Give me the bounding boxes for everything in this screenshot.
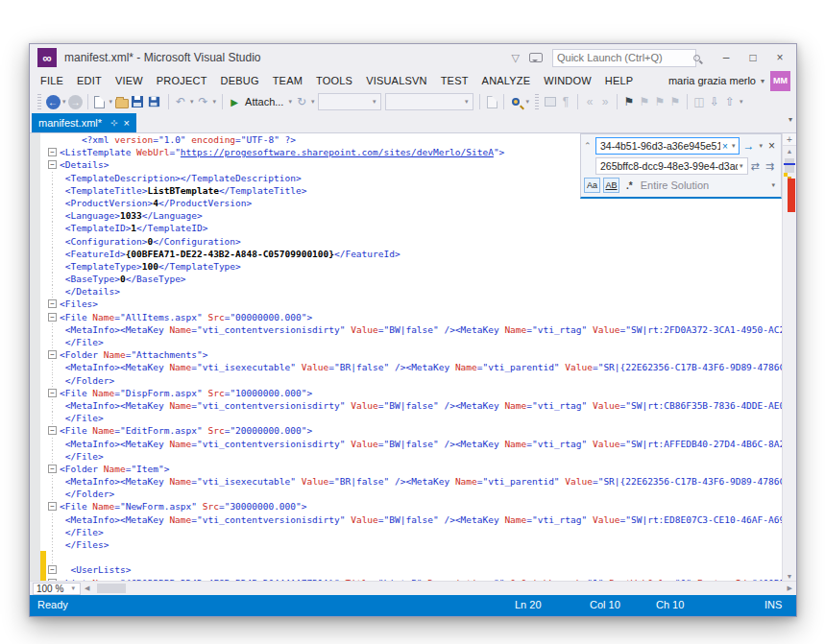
- menu-visualsvn[interactable]: VISUALSVN: [359, 73, 434, 88]
- find-next-button[interactable]: →: [740, 139, 757, 153]
- navigate-back-button[interactable]: ←: [45, 93, 61, 110]
- format-icon[interactable]: ¶: [558, 93, 573, 110]
- menu-file[interactable]: FILE: [34, 73, 70, 88]
- code-text[interactable]: <MetaInfo><MetaKey Name="vti_contentvers…: [60, 399, 782, 412]
- indicator-margin[interactable]: [30, 184, 40, 197]
- indicator-margin[interactable]: [30, 563, 40, 576]
- indicator-margin[interactable]: [30, 298, 40, 310]
- find-input-value[interactable]: 34-4b51-96d3-a36e945e5146: [600, 140, 720, 152]
- clear-search-icon[interactable]: ×: [720, 141, 730, 152]
- split-handle[interactable]: +: [783, 133, 796, 146]
- start-debug-icon[interactable]: ▶: [227, 93, 242, 110]
- code-line[interactable]: −<File Name="EditForm.aspx" Src="2000000…: [30, 424, 782, 437]
- code-line[interactable]: <MetaInfo><MetaKey Name="vti_contentvers…: [30, 513, 782, 526]
- indicator-margin[interactable]: [30, 374, 40, 387]
- indicator-margin[interactable]: [30, 387, 40, 399]
- vertical-scrollbar[interactable]: + ▲ ▼: [782, 133, 796, 581]
- indicator-margin[interactable]: [30, 336, 40, 348]
- code-text[interactable]: <MetaInfo><MetaKey Name="vti_contentvers…: [60, 513, 782, 526]
- new-file-button[interactable]: [92, 93, 108, 110]
- horizontal-scroll-track[interactable]: [93, 582, 783, 595]
- zoom-selector[interactable]: 100 % ▾: [33, 583, 81, 595]
- indicator-margin[interactable]: [30, 273, 40, 285]
- vertical-scroll-thumb[interactable]: [785, 158, 794, 173]
- indicator-margin[interactable]: [30, 285, 40, 298]
- tab-close-icon[interactable]: ×: [124, 117, 130, 129]
- code-text[interactable]: </File>: [60, 450, 782, 463]
- replace-history-dropdown-icon[interactable]: ▾: [738, 162, 745, 170]
- indicator-margin[interactable]: [30, 488, 40, 500]
- document-well-dropdown-icon[interactable]: ▾: [789, 115, 792, 124]
- find-next-dropdown-icon[interactable]: ▾: [757, 142, 764, 150]
- zoom-dropdown-icon[interactable]: ▾: [69, 584, 77, 592]
- scroll-left-icon[interactable]: ◀: [81, 584, 93, 592]
- menu-view[interactable]: VIEW: [109, 73, 150, 88]
- undo-dropdown-icon[interactable]: ▾: [188, 98, 196, 106]
- close-button[interactable]: ×: [769, 51, 790, 64]
- code-text[interactable]: </Folder>: [60, 374, 782, 387]
- outdent-icon[interactable]: «: [582, 93, 597, 110]
- indicator-margin[interactable]: [30, 399, 40, 412]
- indicator-margin[interactable]: [30, 146, 40, 158]
- code-text[interactable]: <MetaInfo><MetaKey Name="vti_contentvers…: [60, 438, 782, 450]
- back-dropdown-icon[interactable]: ▾: [61, 98, 68, 106]
- fold-collapse-toggle[interactable]: −: [48, 389, 57, 397]
- code-line[interactable]: <MetaInfo><MetaKey Name="vti_contentvers…: [30, 399, 782, 412]
- indent-icon[interactable]: »: [597, 93, 613, 110]
- code-text[interactable]: <TemplateID>1</TemplateID>: [60, 222, 782, 234]
- fold-collapse-toggle[interactable]: −: [48, 350, 57, 359]
- code-lines[interactable]: <?xml version="1.0" encoding="UTF-8" ?>−…: [30, 133, 782, 581]
- code-line[interactable]: </File>: [30, 412, 782, 424]
- menu-test[interactable]: TEST: [434, 73, 475, 88]
- indicator-margin[interactable]: [30, 463, 40, 475]
- indicator-margin[interactable]: [30, 197, 40, 209]
- debug-target-combobox[interactable]: ▾: [318, 93, 381, 110]
- find-input-box[interactable]: 34-4b51-96d3-a36e945e5146 × ▾: [595, 137, 740, 155]
- chevron-down-icon[interactable]: ▾: [761, 77, 764, 85]
- indicator-margin[interactable]: [30, 551, 40, 563]
- bookmark-button[interactable]: ⚑: [621, 93, 637, 110]
- pin-icon[interactable]: ⊹: [110, 118, 118, 128]
- code-line[interactable]: −<Folder Name="Attachments">: [30, 348, 782, 361]
- code-line[interactable]: −<File Name="NewForm.aspx" Src="30000000…: [30, 500, 782, 513]
- search-history-dropdown-icon[interactable]: ▾: [730, 142, 738, 150]
- code-text[interactable]: </File>: [60, 336, 782, 348]
- code-text[interactable]: <FeatureId>{00BFEA71-DE22-43B2-A848-C057…: [60, 248, 782, 260]
- toolbar-grip[interactable]: [535, 94, 539, 109]
- search-scope-value[interactable]: Entire Solution: [637, 179, 770, 191]
- indicator-margin[interactable]: [30, 133, 40, 146]
- code-text[interactable]: <File Name="NewForm.aspx" Src="30000000.…: [60, 500, 782, 513]
- minimize-button[interactable]: –: [716, 51, 737, 64]
- indicator-margin[interactable]: [30, 412, 40, 424]
- preview-icon[interactable]: ◫: [692, 93, 707, 110]
- save-button[interactable]: [130, 93, 145, 110]
- code-text[interactable]: <Files>: [60, 298, 782, 310]
- indicator-margin[interactable]: [30, 172, 40, 184]
- menu-debug[interactable]: DEBUG: [214, 73, 266, 88]
- indicator-margin[interactable]: [30, 450, 40, 463]
- find-in-file-icon[interactable]: [484, 93, 499, 110]
- match-case-toggle[interactable]: Aa: [584, 178, 600, 193]
- feedback-filter-icon[interactable]: ▽: [512, 52, 520, 64]
- feedback-bubble-icon[interactable]: [529, 53, 543, 62]
- account-name[interactable]: maria grazia merlo: [668, 75, 756, 86]
- maximize-button[interactable]: □: [742, 51, 764, 64]
- regex-toggle[interactable]: .*: [626, 180, 633, 191]
- menu-analyze[interactable]: ANALYZE: [475, 73, 538, 88]
- indicator-margin[interactable]: [30, 348, 40, 361]
- indicator-margin[interactable]: [30, 209, 40, 222]
- code-line[interactable]: </Details>: [30, 285, 782, 298]
- menu-tools[interactable]: TOOLS: [309, 73, 359, 88]
- horizontal-scroll-thumb[interactable]: [97, 584, 126, 593]
- code-text[interactable]: <Folder Name="Item">: [60, 463, 782, 475]
- scroll-up-icon[interactable]: ▲: [783, 148, 796, 155]
- code-text[interactable]: [60, 551, 782, 563]
- code-line[interactable]: − <UserLists>: [30, 563, 782, 576]
- code-line[interactable]: <Configuration>0</Configuration>: [30, 235, 782, 248]
- fold-collapse-toggle[interactable]: −: [48, 148, 57, 156]
- scroll-down-icon[interactable]: ▼: [783, 573, 796, 580]
- indicator-margin[interactable]: [30, 248, 40, 260]
- indicator-margin[interactable]: [30, 538, 40, 551]
- code-line[interactable]: −<Folder Name="Item">: [30, 463, 782, 475]
- toolbar-overflow-icon[interactable]: ▾: [738, 98, 745, 106]
